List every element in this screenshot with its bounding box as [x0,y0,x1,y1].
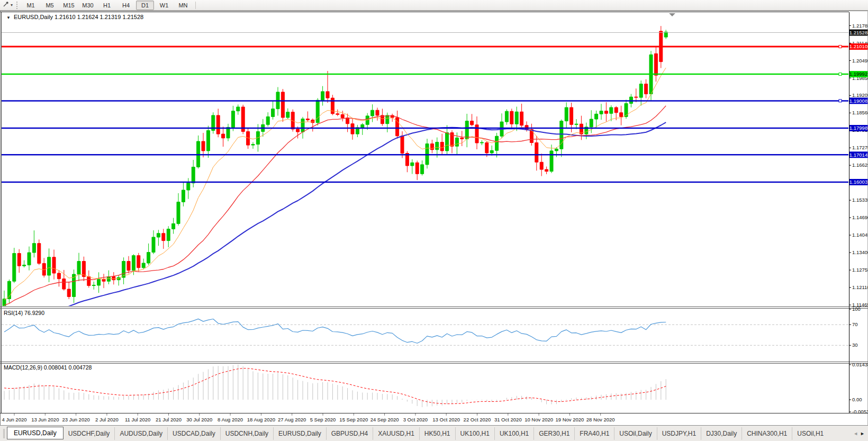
timeframe-button-mn[interactable]: MN [174,1,192,10]
macd-axis-label: 0.014384 [852,362,868,367]
tab-dj30-daily[interactable]: DJ30,Daily [701,427,742,440]
tab-usdchf-daily[interactable]: USDCHF,Daily [64,427,115,440]
date-label: 2 Jul 2020 [95,417,119,422]
timeframe-button-w1[interactable]: W1 [155,1,173,10]
date-label: 31 Oct 2020 [494,417,522,422]
date-label: 13 Oct 2020 [432,417,460,422]
price-tick-label: 1.18560 [852,110,868,115]
date-label: 24 Sep 2020 [370,417,399,422]
date-label: 28 Nov 2020 [586,417,615,422]
price-badge-label: 1.17998 [849,125,867,131]
price-badge-label: 1.17014 [849,152,867,158]
price-tick-label: 1.14045 [852,232,868,238]
date-label: 10 Nov 2020 [525,417,553,422]
date-label: 18 Aug 2020 [247,417,275,422]
date-label: 21 Jul 2020 [156,417,182,422]
tab-audusd-daily[interactable]: AUDUSD,Daily [114,427,167,440]
date-label: 8 Aug 2020 [218,417,243,422]
price-badge-label: 1.16003 [849,179,867,185]
tab-eurusd-daily[interactable]: EURUSD,Daily [273,427,326,440]
rsi-axis-label: 30 [852,342,858,348]
cursor-tool-button[interactable]: ▾ [1,1,14,10]
tab-fra40-h1[interactable]: FRA40,H1 [574,427,614,440]
chart-title: ▼EURUSD,Daily 1.21610 1.21624 1.21319 1.… [6,14,143,20]
tab-eurusd-daily[interactable]: EURUSD,Daily [7,427,64,439]
timeframe-button-m1[interactable]: M1 [22,1,40,10]
rsi-axis-label: 100 [852,306,861,312]
chart-background [0,11,868,425]
date-label: 30 Jul 2020 [186,417,212,422]
timeframe-button-m15[interactable]: M15 [60,1,78,10]
tab-scroll-buttons: ◄ ► [853,431,868,436]
tab-ger30-h1[interactable]: GER30,H1 [534,427,574,440]
timeframe-button-h1[interactable]: H1 [98,1,116,10]
trading-platform-window: ▾ M1M5M15M30H1H4D1W1MN 1.217851.211401.2… [0,0,868,441]
collapse-arrow-icon[interactable]: ▼ [6,15,11,20]
tab-usoil-h1[interactable]: USOil,H1 [792,427,828,440]
tab-uk100-h1[interactable]: UK100,H1 [455,427,494,440]
tab-bar-grip [3,429,5,438]
price-tick-label: 1.20495 [852,58,868,64]
rsi-axis-label: 70 [852,321,858,327]
timeframe-button-group: M1M5M15M30H1H4D1W1MN [21,1,193,10]
tab-xauusd-h1[interactable]: XAUUSD,H1 [373,427,419,440]
price-badge-label: 1.19008 [849,98,867,104]
chart-canvas[interactable]: 1.217851.211401.204951.198501.192051.185… [0,11,868,425]
date-label: 13 Jun 2020 [31,417,59,422]
toolbar-separator [195,2,196,9]
price-tick-label: 1.17270 [852,145,868,150]
date-label: 5 Sep 2020 [310,417,336,422]
rsi-indicator-label: RSI(14) 76.9290 [4,310,44,316]
price-tick-label: 1.14690 [852,214,868,220]
tab-scroll-right-icon[interactable]: ► [860,431,865,436]
timeframe-button-h4[interactable]: H4 [117,1,135,10]
tab-china300-h1[interactable]: CHINA300,H1 [742,427,792,440]
price-badge-label: 1.21528 [849,30,867,35]
level-handle[interactable] [839,100,842,102]
date-label: 11 Jul 2020 [125,417,150,422]
symbol-tab-bar: EURUSD,DailyUSDCHF,DailyAUDUSD,DailyUSDC… [0,425,868,441]
price-tick-label: 1.16625 [852,162,868,168]
toolbar-grip[interactable] [16,2,17,9]
tab-usdcnh-daily[interactable]: USDCNH,Daily [220,427,273,440]
tab-hk50-h1[interactable]: HK50,H1 [419,427,455,440]
tab-usdjpy-h1[interactable]: USDJPY,H1 [657,427,701,440]
price-badge-label: 1.19992 [849,71,867,77]
price-tick-label: 1.12110 [852,284,868,290]
date-label: 15 Sep 2020 [339,417,368,422]
symbol-tabs: EURUSD,DailyUSDCHF,DailyAUDUSD,DailyUSDC… [7,427,828,440]
date-label: 23 Jun 2020 [62,417,89,422]
chevron-down-icon: ▾ [11,3,13,7]
timeframe-button-d1[interactable]: D1 [136,1,154,10]
date-label: 19 Nov 2020 [555,417,584,422]
tab-usoil-daily[interactable]: USOil,Daily [614,427,656,440]
tab-uk100-h1[interactable]: UK100,H1 [494,427,534,440]
macd-axis-label: 0.00 [852,397,862,402]
macd-indicator-label: MACD(12,26,9) 0.008041 0.004728 [4,364,92,371]
timeframe-button-m30[interactable]: M30 [79,1,97,10]
chart-title-text: EURUSD,Daily 1.21610 1.21624 1.21319 1.2… [14,14,143,20]
macd-axis-label: -0.005396 [852,409,868,415]
top-toolbar: ▾ M1M5M15M30H1H4D1W1MN [0,0,868,11]
date-label: 4 Jun 2020 [2,417,26,422]
tab-scroll-left-icon[interactable]: ◄ [853,431,858,436]
level-handle[interactable] [839,46,842,48]
tab-usdcad-daily[interactable]: USDCAD,Daily [167,427,220,440]
price-tick-label: 1.15335 [852,197,868,203]
date-label: 22 Oct 2020 [464,417,491,422]
price-badge-label: 1.21010 [849,43,867,49]
cursor-tool-icon [2,0,10,10]
timeframe-button-m5[interactable]: M5 [41,1,59,10]
level-handle[interactable] [839,73,842,76]
date-label: 27 Aug 2020 [278,417,306,422]
price-tick-label: 1.12755 [852,267,868,273]
date-label: 3 Oct 2020 [403,417,428,422]
price-tick-label: 1.13400 [852,249,868,255]
tab-gbpusd-h4[interactable]: GBPUSD,H4 [326,427,373,440]
price-tick-label: 1.21785 [852,23,868,29]
